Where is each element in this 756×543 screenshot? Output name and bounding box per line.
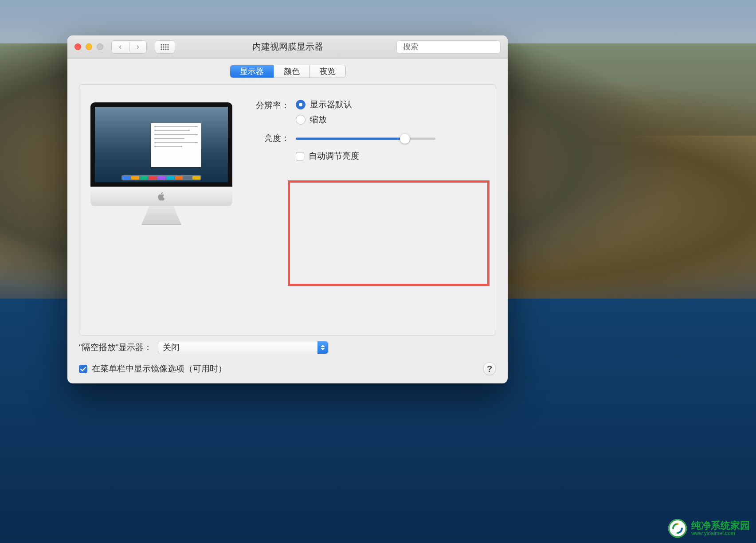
search-field[interactable] xyxy=(396,40,501,54)
tab-night-shift[interactable]: 夜览 xyxy=(309,65,345,78)
tab-bar: 显示器 颜色 夜览 xyxy=(230,65,346,78)
checkbox-label: 在菜单栏中显示镜像选项（可用时） xyxy=(92,363,227,375)
svg-point-6 xyxy=(165,46,166,47)
stepper-arrows-icon xyxy=(317,341,328,354)
checkbox-icon xyxy=(79,365,87,373)
auto-brightness-checkbox[interactable]: 自动调节亮度 xyxy=(296,150,487,162)
radio-dot-icon xyxy=(296,100,306,109)
svg-point-10 xyxy=(165,48,166,50)
show-all-button[interactable] xyxy=(155,40,175,54)
svg-point-9 xyxy=(163,48,164,50)
svg-point-8 xyxy=(161,48,162,50)
svg-point-3 xyxy=(167,44,168,45)
checkbox-label: 自动调节亮度 xyxy=(309,150,359,162)
svg-point-5 xyxy=(163,46,164,47)
brightness-slider[interactable] xyxy=(296,134,435,143)
forward-button[interactable]: › xyxy=(129,42,147,51)
watermark: 纯净系统家园 www.yidaimei.com xyxy=(668,519,750,538)
chevron-right-icon: › xyxy=(137,42,139,51)
apple-logo-icon xyxy=(157,191,166,201)
svg-point-14 xyxy=(677,523,679,525)
nav-back-forward: ‹ › xyxy=(111,40,147,54)
resolution-label: 分辨率： xyxy=(252,99,296,111)
close-button[interactable] xyxy=(74,43,81,50)
svg-point-2 xyxy=(165,44,166,45)
watermark-name: 纯净系统家园 xyxy=(691,521,750,531)
dock-preview-icon xyxy=(121,175,201,180)
radio-label: 显示器默认 xyxy=(310,99,352,110)
svg-point-0 xyxy=(161,44,162,45)
radio-dot-icon xyxy=(296,115,306,125)
slider-thumb-icon[interactable] xyxy=(400,134,410,144)
minimize-button[interactable] xyxy=(86,43,92,50)
window-controls xyxy=(74,43,103,50)
bottom-area: "隔空播放"显示器： 关闭 在菜单栏中显示镜像选项（可用时） xyxy=(67,336,508,383)
titlebar: ‹ › 内建视网膜显示器 xyxy=(67,35,508,59)
svg-point-4 xyxy=(161,46,162,47)
chevron-left-icon: ‹ xyxy=(119,42,121,51)
svg-point-15 xyxy=(677,532,679,534)
watermark-logo-icon xyxy=(668,519,687,538)
system-preferences-window: ‹ › 内建视网膜显示器 显示器 颜色 夜览 xyxy=(67,35,508,383)
checkbox-icon xyxy=(296,152,304,160)
zoom-button xyxy=(97,43,103,50)
brightness-label: 亮度： xyxy=(252,132,296,144)
select-value: 关闭 xyxy=(163,342,180,353)
monitor-preview xyxy=(88,102,235,326)
annotation-highlight xyxy=(288,180,490,286)
search-input[interactable] xyxy=(403,43,497,51)
svg-point-7 xyxy=(167,46,168,47)
resolution-scaled-radio[interactable]: 缩放 xyxy=(296,114,352,125)
svg-point-11 xyxy=(167,48,168,50)
svg-point-1 xyxy=(163,44,164,45)
airplay-select[interactable]: 关闭 xyxy=(158,341,329,354)
radio-label: 缩放 xyxy=(310,114,327,125)
tab-color[interactable]: 颜色 xyxy=(274,65,309,78)
display-panel: 分辨率： 显示器默认 缩放 亮度： xyxy=(79,84,496,336)
resolution-default-radio[interactable]: 显示器默认 xyxy=(296,99,352,110)
airplay-label: "隔空播放"显示器： xyxy=(79,342,153,353)
watermark-url: www.yidaimei.com xyxy=(691,531,750,536)
tab-display[interactable]: 显示器 xyxy=(230,65,274,78)
grid-icon xyxy=(161,44,169,50)
help-button[interactable]: ? xyxy=(483,362,496,375)
back-button[interactable]: ‹ xyxy=(112,42,129,51)
help-icon: ? xyxy=(487,364,492,374)
show-mirror-options-checkbox[interactable]: 在菜单栏中显示镜像选项（可用时） xyxy=(79,363,227,375)
